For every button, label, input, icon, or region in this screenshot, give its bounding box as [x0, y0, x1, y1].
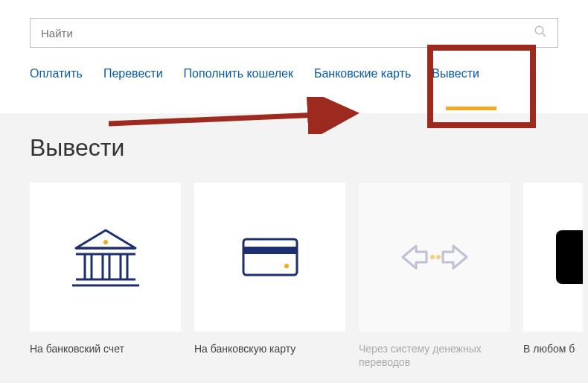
- withdraw-options-row: На банковский счет На банковскую карту: [30, 183, 588, 369]
- svg-point-17: [430, 255, 435, 259]
- nav-cards[interactable]: Банковские карть: [314, 67, 411, 80]
- svg-point-3: [103, 240, 108, 244]
- card-money-transfer: Через систему денежных переводов: [359, 183, 510, 369]
- svg-rect-14: [243, 239, 297, 275]
- card-bank-card-tile[interactable]: [194, 183, 345, 332]
- nav-pay[interactable]: Оплатить: [30, 67, 83, 80]
- credit-card-icon: [240, 235, 300, 279]
- card-money-transfer-label: Через систему денежных переводов: [359, 342, 510, 369]
- svg-line-1: [542, 33, 546, 37]
- page-title: Вывести: [30, 134, 588, 162]
- content-area: Вывести На банковски: [0, 113, 588, 383]
- card-any-bank-label: В любом б: [523, 342, 583, 355]
- svg-rect-15: [243, 247, 297, 254]
- active-tab-underline: [446, 107, 496, 110]
- card-bank-account-label: На банковский счет: [30, 342, 181, 355]
- partial-icon: [556, 230, 583, 284]
- card-bank-card-label: На банковскую карту: [194, 342, 345, 355]
- nav-topup[interactable]: Пополнить кошелек: [184, 67, 293, 80]
- nav-tabs: Оплатить Перевести Пополнить кошелек Бан…: [0, 48, 588, 92]
- search-bar-container: [0, 0, 588, 48]
- card-any-bank-tile[interactable]: [523, 183, 583, 332]
- svg-point-16: [284, 264, 289, 268]
- arrows-icon: [394, 238, 476, 276]
- search-input[interactable]: [41, 27, 534, 39]
- bank-icon: [65, 220, 147, 294]
- nav-transfer[interactable]: Перевести: [103, 67, 163, 80]
- card-any-bank: В любом б: [523, 183, 583, 369]
- card-bank-account: На банковский счет: [30, 183, 181, 369]
- nav-withdraw[interactable]: Вывести: [432, 67, 479, 80]
- svg-point-18: [436, 255, 441, 259]
- svg-point-0: [535, 26, 543, 34]
- card-bank-card: На банковскую карту: [194, 183, 345, 369]
- search-icon[interactable]: [534, 25, 547, 41]
- search-box[interactable]: [30, 18, 558, 48]
- card-bank-account-tile[interactable]: [30, 183, 181, 332]
- card-money-transfer-tile: [359, 183, 510, 332]
